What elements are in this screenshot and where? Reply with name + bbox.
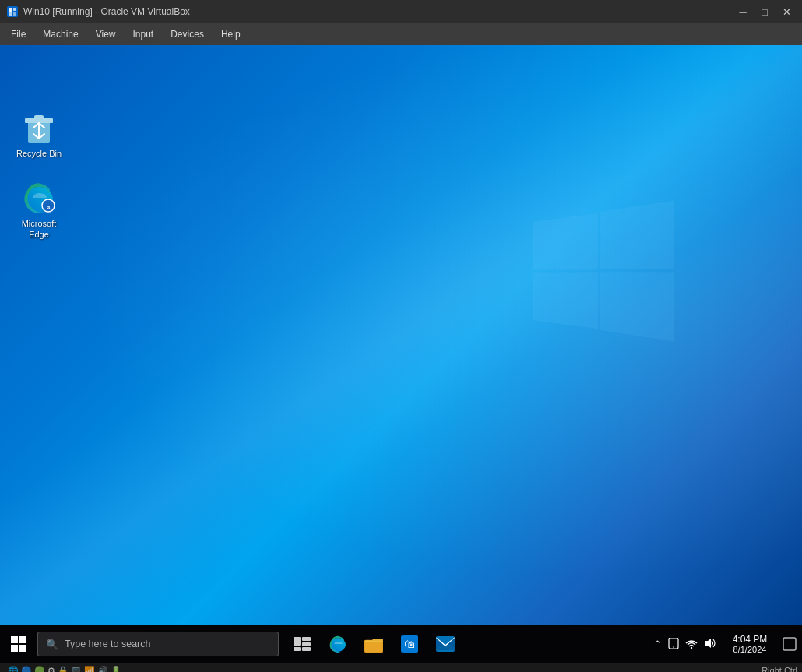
svg-marker-34 xyxy=(705,639,711,648)
recycle-bin-icon[interactable]: Recycle Bin xyxy=(8,107,70,162)
svg-rect-2 xyxy=(13,8,16,11)
menu-file[interactable]: File xyxy=(3,26,33,43)
svg-rect-22 xyxy=(302,642,311,646)
tray-bottom-icon-1: 🌐 xyxy=(8,666,19,673)
tray-bottom-icon-4: ⚙ xyxy=(47,666,55,673)
menu-devices[interactable]: Devices xyxy=(163,26,212,43)
clock-time: 4:04 PM xyxy=(733,634,768,645)
recycle-bin-svg xyxy=(23,111,55,145)
virtualbox-titlebar: Win10 [Running] - Oracle VM VirtualBox ─… xyxy=(0,0,802,23)
vbox-logo-icon xyxy=(6,5,19,18)
close-button[interactable]: ✕ xyxy=(777,4,796,19)
network-icon[interactable] xyxy=(684,636,699,653)
tray-bottom-icon-5: 🔒 xyxy=(58,666,69,673)
window-title: Win10 [Running] - Oracle VM VirtualBox xyxy=(23,6,190,17)
svg-rect-3 xyxy=(9,12,12,16)
menu-help[interactable]: Help xyxy=(213,26,248,43)
menu-view[interactable]: View xyxy=(88,26,124,43)
store-button[interactable]: 🛍 xyxy=(392,627,427,661)
clock-date: 8/1/2024 xyxy=(733,645,767,654)
mail-button[interactable] xyxy=(428,627,463,661)
svg-marker-5 xyxy=(533,213,598,269)
edge-image: a xyxy=(22,181,56,215)
tray-bottom-icon-6: 💻 xyxy=(71,666,82,673)
svg-rect-35 xyxy=(783,638,796,650)
svg-rect-16 xyxy=(11,636,18,643)
svg-text:🛍: 🛍 xyxy=(404,638,415,650)
start-icon xyxy=(11,636,26,652)
search-placeholder-text: Type here to search xyxy=(65,639,150,649)
svg-rect-18 xyxy=(11,645,18,652)
store-icon: 🛍 xyxy=(401,635,418,653)
tray-icons-area: ⌃ xyxy=(647,636,723,653)
svg-marker-8 xyxy=(600,273,674,341)
svg-rect-11 xyxy=(34,115,44,119)
titlebar-left: Win10 [Running] - Oracle VM VirtualBox xyxy=(6,5,190,18)
mail-icon xyxy=(436,636,455,652)
svg-rect-26 xyxy=(364,640,383,653)
edge-icon-wrap: a xyxy=(22,181,56,215)
tray-bottom-icon-2: 🔵 xyxy=(21,666,32,673)
svg-rect-19 xyxy=(19,645,26,652)
notification-icon xyxy=(783,637,797,651)
tray-bottom-bar: 🌐 🔵 🟢 ⚙ 🔒 💻 📶 🔊 🔋 xyxy=(5,663,762,672)
tray-bottom-icon-9: 🔋 xyxy=(111,666,121,673)
system-tray: ⌃ xyxy=(647,625,802,663)
svg-rect-17 xyxy=(19,636,26,643)
clock-area[interactable]: 4:04 PM 8/1/2024 xyxy=(723,625,777,663)
task-view-icon xyxy=(294,637,311,651)
windows-logo-watermark xyxy=(529,201,677,341)
search-box[interactable]: 🔍 Type here to search xyxy=(37,632,279,656)
file-explorer-icon xyxy=(364,635,383,653)
right-ctrl-label: Right Ctrl xyxy=(762,666,797,672)
svg-point-32 xyxy=(673,646,674,648)
file-explorer-button[interactable] xyxy=(357,627,391,661)
edge-label: Microsoft Edge xyxy=(11,218,67,241)
svg-text:a: a xyxy=(47,203,51,210)
windows-taskbar: 🔍 Type here to search xyxy=(0,625,802,663)
tray-bottom-icon-7: 📶 xyxy=(84,666,95,673)
svg-rect-24 xyxy=(302,647,311,651)
recycle-bin-image xyxy=(22,111,56,145)
taskbar-apps: 🛍 xyxy=(285,627,647,661)
windows-desktop[interactable]: Recycle Bin xyxy=(0,45,802,625)
svg-marker-7 xyxy=(533,273,598,329)
network-svg xyxy=(685,638,698,649)
tray-bottom-icon-8: 🔊 xyxy=(97,666,108,673)
volume-svg xyxy=(704,638,716,649)
svg-rect-23 xyxy=(294,647,301,651)
search-icon: 🔍 xyxy=(46,639,58,650)
taskbar-edge-button[interactable] xyxy=(321,627,355,661)
tablet-icon-svg xyxy=(668,638,679,649)
svg-rect-20 xyxy=(294,637,301,646)
virtualbox-menubar: File Machine View Input Devices Help xyxy=(0,23,802,45)
maximize-button[interactable]: □ xyxy=(755,4,774,19)
taskbar-edge-icon xyxy=(329,635,347,653)
tablet-mode-icon[interactable] xyxy=(667,636,681,653)
svg-rect-21 xyxy=(302,637,311,641)
task-view-button[interactable] xyxy=(285,627,319,661)
svg-marker-6 xyxy=(600,201,674,268)
svg-rect-4 xyxy=(13,12,16,16)
microsoft-edge-icon[interactable]: a Microsoft Edge xyxy=(8,178,70,244)
window-controls: ─ □ ✕ xyxy=(733,4,796,19)
show-hidden-icons-button[interactable]: ⌃ xyxy=(652,637,663,652)
edge-svg: a xyxy=(22,181,56,215)
start-button[interactable] xyxy=(0,625,37,663)
recycle-bin-label: Recycle Bin xyxy=(16,148,62,159)
menu-machine[interactable]: Machine xyxy=(35,26,86,43)
svg-rect-1 xyxy=(9,8,12,12)
svg-point-33 xyxy=(691,646,692,648)
volume-icon[interactable] xyxy=(702,636,718,653)
menu-input[interactable]: Input xyxy=(125,26,162,43)
desktop-light-effect xyxy=(0,45,802,625)
notification-button[interactable] xyxy=(777,625,802,663)
minimize-button[interactable]: ─ xyxy=(733,4,752,19)
tray-bottom-icon-3: 🟢 xyxy=(34,666,45,673)
